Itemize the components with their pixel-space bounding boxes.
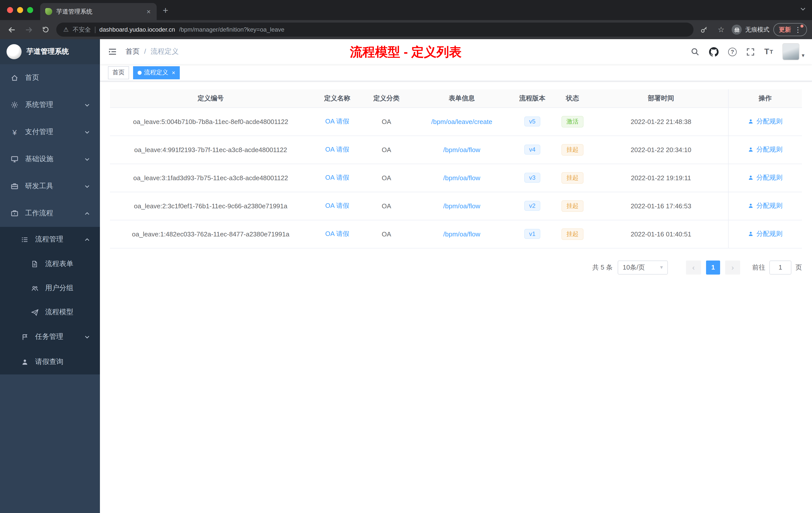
new-tab-button[interactable]: + bbox=[163, 4, 168, 17]
url-bar[interactable]: ⚠ 不安全 dashboard.yudao.iocoder.cn/bpm/man… bbox=[56, 23, 694, 37]
sidebar-item-system[interactable]: 系统管理 bbox=[0, 91, 100, 118]
github-icon[interactable] bbox=[709, 47, 719, 57]
sidebar-item-label: 基础设施 bbox=[25, 155, 53, 163]
sidebar-item-payment[interactable]: ¥ 支付管理 bbox=[0, 118, 100, 146]
status-badge: 激活 bbox=[561, 116, 583, 127]
cell-definition-id: oa_leave:2:3c1f0ef1-76b1-11ec-9c66-a2380… bbox=[110, 192, 311, 220]
help-icon[interactable]: ? bbox=[728, 48, 737, 56]
prev-page-button[interactable]: ‹ bbox=[686, 260, 701, 274]
sidebar-item-label: 研发工具 bbox=[25, 182, 53, 191]
status-badge: 挂起 bbox=[561, 144, 583, 155]
security-label[interactable]: 不安全 bbox=[73, 25, 91, 34]
avatar[interactable] bbox=[783, 43, 800, 60]
next-page-button[interactable]: › bbox=[725, 260, 740, 274]
search-icon[interactable] bbox=[691, 47, 699, 56]
tag-home[interactable]: 首页 bbox=[108, 66, 129, 79]
tag-close-icon[interactable]: × bbox=[172, 69, 175, 76]
caret-down-icon: ▾ bbox=[802, 52, 805, 59]
status-badge: 挂起 bbox=[561, 228, 583, 240]
assign-rule-button[interactable]: 分配规则 bbox=[748, 145, 783, 154]
form-info-link[interactable]: /bpm/oa/leave/create bbox=[431, 118, 492, 125]
gear-icon bbox=[10, 101, 19, 109]
window-close-button[interactable] bbox=[7, 7, 13, 13]
pagination: 共 5 条 10条/页 ▾ ‹ 1 › 前往 1 页 bbox=[110, 260, 802, 274]
definition-name-link[interactable]: OA 请假 bbox=[325, 230, 349, 237]
definition-name-link[interactable]: OA 请假 bbox=[325, 146, 349, 153]
person-icon bbox=[20, 358, 29, 366]
chevron-down-icon bbox=[84, 129, 90, 135]
form-info-link[interactable]: /bpm/oa/flow bbox=[443, 230, 480, 238]
app-navbar: 首页 / 流程定义 流程模型 - 定义列表 ? bbox=[100, 39, 812, 64]
window-minimize-button[interactable] bbox=[17, 7, 23, 13]
incognito-badge: 无痕模式 bbox=[732, 25, 769, 35]
status-badge: 挂起 bbox=[561, 200, 583, 212]
incognito-spy-icon bbox=[732, 25, 742, 35]
definition-name-link[interactable]: OA 请假 bbox=[325, 174, 349, 181]
form-info-link[interactable]: /bpm/oa/flow bbox=[443, 202, 480, 210]
form-info-link[interactable]: /bpm/oa/flow bbox=[443, 174, 480, 181]
col-deploy-time: 部署时间 bbox=[594, 89, 728, 108]
tag-process-definition[interactable]: 流程定义 × bbox=[133, 66, 180, 79]
breadcrumb-home[interactable]: 首页 bbox=[125, 47, 140, 56]
window-zoom-button[interactable] bbox=[27, 7, 33, 13]
goto-page-input[interactable]: 1 bbox=[769, 260, 791, 274]
sidebar-item-workflow[interactable]: 工作流程 bbox=[0, 200, 100, 227]
page-content: 定义编号 定义名称 定义分类 表单信息 流程版本 状态 部署时间 操作 oa_l bbox=[100, 81, 812, 274]
back-icon[interactable] bbox=[5, 23, 18, 36]
sidebar-item-label: 支付管理 bbox=[25, 127, 53, 137]
forward-icon[interactable] bbox=[22, 23, 35, 36]
assign-rule-button[interactable]: 分配规则 bbox=[748, 117, 783, 126]
definition-name-link[interactable]: OA 请假 bbox=[325, 117, 349, 125]
hamburger-icon[interactable] bbox=[108, 47, 117, 57]
tab-title: 芋道管理系统 bbox=[56, 7, 142, 16]
page-size-value: 10条/页 bbox=[623, 263, 645, 272]
sidebar-item-leave-query[interactable]: 请假查询 bbox=[0, 350, 100, 374]
font-size-icon[interactable]: TT bbox=[764, 47, 773, 56]
assign-rule-button[interactable]: 分配规则 bbox=[748, 173, 783, 182]
cell-deploy-time: 2022-01-22 19:19:11 bbox=[594, 163, 728, 192]
sidebar-item-label: 请假查询 bbox=[35, 357, 63, 366]
sidebar-item-devtools[interactable]: 研发工具 bbox=[0, 173, 100, 200]
tab-close-icon[interactable]: × bbox=[146, 7, 152, 16]
chevron-down-icon bbox=[84, 156, 90, 162]
reload-icon[interactable] bbox=[39, 23, 52, 36]
definition-name-link[interactable]: OA 请假 bbox=[325, 202, 349, 209]
sidebar-item-process-management[interactable]: 流程管理 bbox=[0, 227, 100, 252]
col-definition-id: 定义编号 bbox=[110, 89, 311, 108]
sidebar-item-process-form[interactable]: 流程表单 bbox=[0, 252, 100, 276]
incognito-label: 无痕模式 bbox=[745, 25, 769, 34]
password-key-icon[interactable] bbox=[697, 23, 710, 36]
assign-rule-button[interactable]: 分配规则 bbox=[748, 201, 783, 210]
sidebar-item-process-model[interactable]: 流程模型 bbox=[0, 300, 100, 324]
list-icon bbox=[20, 236, 29, 243]
cell-category: OA bbox=[363, 108, 410, 135]
version-badge: v1 bbox=[524, 229, 540, 239]
document-icon bbox=[30, 261, 39, 268]
definition-table: 定义编号 定义名称 定义分类 表单信息 流程版本 状态 部署时间 操作 oa_l bbox=[110, 89, 802, 248]
cell-deploy-time: 2022-01-16 01:40:51 bbox=[594, 220, 728, 248]
assign-rule-button[interactable]: 分配规则 bbox=[748, 230, 783, 238]
sidebar-item-infra[interactable]: 基础设施 bbox=[0, 146, 100, 173]
fullscreen-icon[interactable] bbox=[746, 48, 755, 56]
sidebar-item-label: 任务管理 bbox=[35, 332, 63, 341]
browser-tab[interactable]: 芋道管理系统 × bbox=[40, 3, 157, 20]
sidebar-item-home[interactable]: 首页 bbox=[0, 64, 100, 91]
form-info-link[interactable]: /bpm/oa/flow bbox=[443, 146, 480, 153]
url-divider bbox=[95, 26, 95, 33]
tab-search-icon[interactable] bbox=[800, 6, 806, 12]
paper-plane-icon bbox=[30, 308, 39, 316]
sidebar-item-user-group[interactable]: 用户分组 bbox=[0, 276, 100, 300]
browser-menu-icon[interactable]: ⋮ bbox=[794, 26, 802, 34]
browser-update-button[interactable]: 更新 ⋮ bbox=[773, 23, 807, 36]
screen: 芋道管理系统 × + ⚠ 不安全 dashboard.yudao.iocoder… bbox=[0, 0, 812, 513]
col-operation: 操作 bbox=[728, 89, 802, 108]
user-menu[interactable]: ▾ bbox=[783, 43, 805, 60]
bookmark-star-icon[interactable]: ☆ bbox=[715, 23, 728, 36]
sidebar-item-task-management[interactable]: 任务管理 bbox=[0, 324, 100, 350]
tab-favicon-icon bbox=[45, 8, 52, 15]
cell-category: OA bbox=[363, 220, 410, 248]
current-page-button[interactable]: 1 bbox=[706, 260, 720, 274]
cell-category: OA bbox=[363, 135, 410, 163]
page-size-select[interactable]: 10条/页 ▾ bbox=[618, 260, 668, 274]
table-row: oa_leave:1:482ec033-762a-11ec-8477-a2380… bbox=[110, 220, 802, 248]
